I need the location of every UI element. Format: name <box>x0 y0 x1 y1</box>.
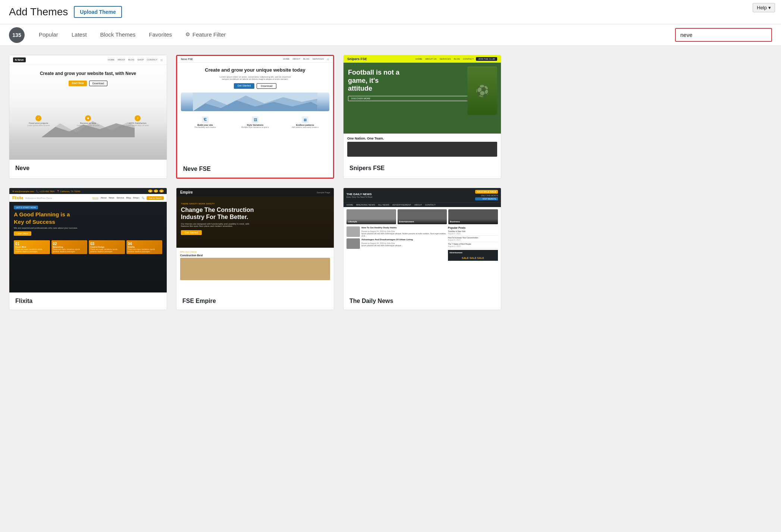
theme-preview-snipers: Snipers FSE HOMEABOUT USSERVICESBLOGCONT… <box>344 55 501 160</box>
theme-preview-neve: N Neve HOMEABOUTBLOGSHOPCONTACT🛒 Create … <box>9 55 167 160</box>
filter-tabs: Popular Latest Block Themes Favorites ⚙ … <box>32 25 675 45</box>
theme-preview-empire: Empire Sample Page There Safety Work Saf… <box>176 188 334 292</box>
help-label: Help <box>757 5 767 10</box>
themes-container: N Neve HOMEABOUTBLOGSHOPCONTACT🛒 Create … <box>0 46 781 319</box>
theme-card-daily-news[interactable]: THE DAILY NEWS Every Story You Need To R… <box>343 188 501 310</box>
theme-name-fse-empire: FSE Empire <box>176 292 334 310</box>
help-button[interactable]: Help ▾ <box>753 3 775 12</box>
tab-latest[interactable]: Latest <box>65 25 94 45</box>
theme-name-neve: Neve <box>9 160 167 177</box>
gear-icon: ⚙ <box>185 31 190 37</box>
theme-preview-daily-news: THE DAILY NEWS Every Story You Need To R… <box>344 188 501 292</box>
theme-preview-neve-fse: Neve FSE HOMEABOUTBLOGSERVICES🛒 Create a… <box>177 56 333 160</box>
nevefse-hero: Create and grow your unique website toda… <box>177 63 333 160</box>
tab-feature-filter[interactable]: ⚙ Feature Filter <box>179 25 232 45</box>
search-input[interactable] <box>675 28 772 42</box>
neve-logo: N Neve <box>13 57 26 62</box>
theme-name-snipers-fse: Snipers FSE <box>344 160 501 177</box>
theme-card-flixita[interactable]: ✉ info@example.com 📞 +123 456 7890 📍 Cal… <box>9 188 167 310</box>
theme-card-snipers-fse[interactable]: Snipers FSE HOMEABOUT USSERVICESBLOGCONT… <box>343 55 501 179</box>
themes-grid: N Neve HOMEABOUTBLOGSHOPCONTACT🛒 Create … <box>9 55 501 310</box>
theme-card-neve-fse[interactable]: Neve FSE HOMEABOUTBLOGSERVICES🛒 Create a… <box>176 55 334 179</box>
page-title: Add Themes <box>9 6 68 18</box>
nevefse-nav: Neve FSE HOMEABOUTBLOGSERVICES🛒 <box>177 56 333 63</box>
theme-name-flixita: Flixita <box>9 292 167 310</box>
theme-card-fse-empire[interactable]: Empire Sample Page There Safety Work Saf… <box>176 188 334 310</box>
tab-block-themes[interactable]: Block Themes <box>94 25 142 45</box>
theme-preview-flixita: ✉ info@example.com 📞 +123 456 7890 📍 Cal… <box>9 188 167 292</box>
search-area <box>675 24 772 46</box>
theme-count-badge: 135 <box>9 27 25 43</box>
theme-name-daily-news: The Daily News <box>344 292 501 310</box>
nevefse-mountains <box>181 93 329 111</box>
help-chevron-icon: ▾ <box>768 5 771 10</box>
upload-theme-button[interactable]: Upload Theme <box>74 6 122 18</box>
neve-nav: N Neve HOMEABOUTBLOGSHOPCONTACT🛒 <box>9 55 167 65</box>
tab-favorites[interactable]: Favorites <box>142 25 179 45</box>
theme-card-neve[interactable]: N Neve HOMEABOUTBLOGSHOPCONTACT🛒 Create … <box>9 55 167 179</box>
theme-name-neve-fse: Neve FSE <box>177 160 333 178</box>
neve-hero: Create and grow your website fast, with … <box>9 65 167 160</box>
tab-popular[interactable]: Popular <box>32 25 65 45</box>
filter-bar: 135 Popular Latest Block Themes Favorite… <box>0 24 781 46</box>
page-header: Add Themes Upload Theme <box>0 0 781 24</box>
